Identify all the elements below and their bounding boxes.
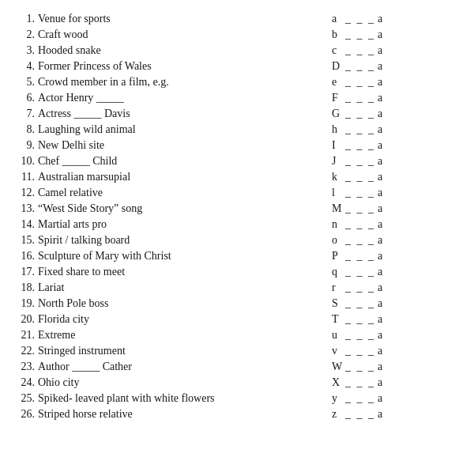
answer-area: a _ _ _ a [332,13,458,25]
clue-number: 21. [16,329,38,342]
last-letter: a [378,266,386,278]
list-item: 1. Venue for sports a _ _ _ a [16,13,458,25]
blanks: _ _ _ [345,171,375,183]
first-letter: F [332,92,343,104]
last-letter: a [378,408,386,421]
blanks: _ _ _ [345,345,375,357]
list-item: 9. New Delhi site I _ _ _ a [16,139,458,152]
answer-area: r _ _ _ a [332,281,458,294]
blanks: _ _ _ [345,408,375,421]
clue-list: 1. Venue for sports a _ _ _ a 2. Craft w… [16,13,458,421]
last-letter: a [378,392,386,405]
blanks: _ _ _ [345,44,375,57]
last-letter: a [378,234,386,247]
clue-text: Sculpture of Mary with Christ [38,250,332,263]
answer-area: l _ _ _ a [332,187,458,199]
last-letter: a [378,108,386,120]
clue-number: 14. [16,218,38,231]
clue-number: 18. [16,281,38,294]
last-letter: a [378,250,386,263]
first-letter: b [332,28,343,41]
clue-text: Lariat [38,281,332,294]
first-letter: q [332,266,343,278]
list-item: 26. Striped horse relative z _ _ _ a [16,408,458,421]
clue-number: 22. [16,345,38,357]
answer-area: I _ _ _ a [332,139,458,152]
clue-number: 6. [16,92,38,104]
clue-number: 26. [16,408,38,421]
first-letter: o [332,234,343,247]
blanks: _ _ _ [345,76,375,89]
last-letter: a [378,281,386,294]
clue-text: Venue for sports [38,13,332,25]
last-letter: a [378,345,386,357]
answer-area: o _ _ _ a [332,234,458,247]
clue-number: 16. [16,250,38,263]
list-item: 7. Actress _____ Davis G _ _ _ a [16,108,458,120]
clue-text: New Delhi site [38,139,332,152]
first-letter: l [332,187,343,199]
blanks: _ _ _ [345,108,375,120]
blanks: _ _ _ [345,392,375,405]
clue-number: 1. [16,13,38,25]
clue-text: Spiked- leaved plant with white flowers [38,392,332,405]
list-item: 25. Spiked- leaved plant with white flow… [16,392,458,405]
first-letter: k [332,171,343,183]
blanks: _ _ _ [345,202,375,215]
clue-text: Ohio city [38,376,332,389]
clue-number: 12. [16,187,38,199]
clue-text: Florida city [38,313,332,326]
first-letter: S [332,297,343,310]
last-letter: a [378,60,386,73]
first-letter: v [332,345,343,357]
clue-text: Laughing wild animal [38,123,332,136]
blanks: _ _ _ [345,281,375,294]
list-item: 8. Laughing wild animal h _ _ _ a [16,123,458,136]
answer-area: G _ _ _ a [332,108,458,120]
clue-number: 2. [16,28,38,41]
first-letter: e [332,76,343,89]
clue-text: Fixed share to meet [38,266,332,278]
list-item: 13. “West Side Story” song M _ _ _ a [16,202,458,215]
list-item: 22. Stringed instrument v _ _ _ a [16,345,458,357]
list-item: 20. Florida city T _ _ _ a [16,313,458,326]
clue-text: Spirit / talking board [38,234,332,247]
last-letter: a [378,123,386,136]
blanks: _ _ _ [345,313,375,326]
blanks: _ _ _ [345,250,375,263]
clue-text: Crowd member in a film, e.g. [38,76,332,89]
list-item: 4. Former Princess of Wales D _ _ _ a [16,60,458,73]
answer-area: h _ _ _ a [332,123,458,136]
last-letter: a [378,361,386,373]
last-letter: a [378,92,386,104]
blanks: _ _ _ [345,13,375,25]
first-letter: u [332,329,343,342]
first-letter: h [332,123,343,136]
answer-area: T _ _ _ a [332,313,458,326]
list-item: 5. Crowd member in a film, e.g. e _ _ _ … [16,76,458,89]
first-letter: J [332,155,343,168]
first-letter: y [332,392,343,405]
answer-area: c _ _ _ a [332,44,458,57]
clue-text: Striped horse relative [38,408,332,421]
last-letter: a [378,376,386,389]
list-item: 12. Camel relative l _ _ _ a [16,187,458,199]
answer-area: e _ _ _ a [332,76,458,89]
last-letter: a [378,297,386,310]
blanks: _ _ _ [345,155,375,168]
answer-area: F _ _ _ a [332,92,458,104]
blanks: _ _ _ [345,376,375,389]
clue-number: 19. [16,297,38,310]
last-letter: a [378,13,386,25]
first-letter: G [332,108,343,120]
clue-number: 5. [16,76,38,89]
last-letter: a [378,329,386,342]
blanks: _ _ _ [345,92,375,104]
first-letter: r [332,281,343,294]
clue-text: Extreme [38,329,332,342]
clue-text: “West Side Story” song [38,202,332,215]
clue-text: Actress _____ Davis [38,108,332,120]
clue-number: 23. [16,361,38,373]
last-letter: a [378,187,386,199]
list-item: 10. Chef _____ Child J _ _ _ a [16,155,458,168]
